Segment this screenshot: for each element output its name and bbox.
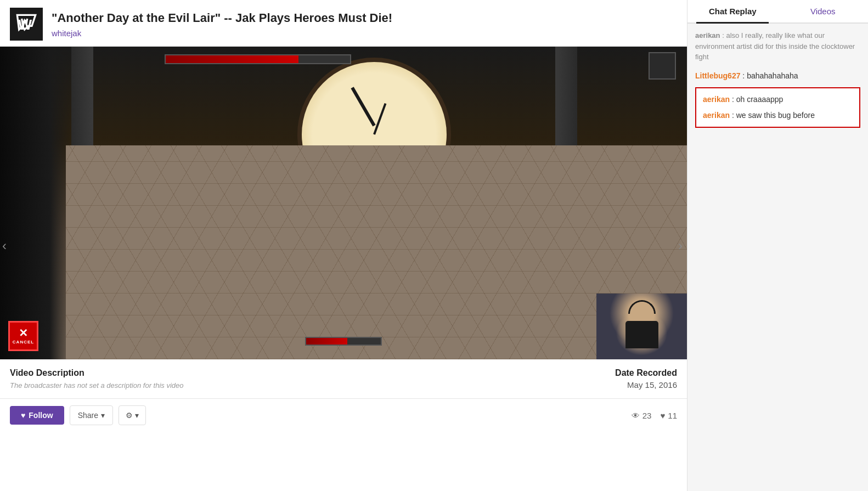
- highlighted-messages-box: aerikan : oh craaaappp aerikan : we saw …: [695, 87, 860, 128]
- views-icon: 👁: [632, 411, 640, 420]
- chat-sep-1: :: [732, 95, 736, 104]
- chat-username-aerikan-1: aerikan: [703, 95, 730, 104]
- sidebar-tabs: Chat Replay Videos: [687, 0, 868, 24]
- views-count: 23: [642, 411, 652, 420]
- likes-stat: ♥ 11: [660, 411, 677, 420]
- video-header: W "Another Day at the Evil Lair" -- Jak …: [0, 0, 687, 47]
- chat-context-username: aerikan: [695, 31, 720, 39]
- player-health-bar: [305, 337, 382, 346]
- svg-text:W: W: [18, 16, 32, 33]
- follow-label: Follow: [29, 411, 53, 420]
- webcam-overlay: [596, 294, 687, 359]
- channel-logo[interactable]: W: [10, 8, 43, 41]
- date-recorded-value: May 15, 2016: [615, 380, 677, 390]
- tab-videos[interactable]: Videos: [778, 0, 869, 22]
- chat-username-aerikan-2: aerikan: [703, 111, 730, 120]
- chat-message-aerikan-2: aerikan : we saw this bug before: [703, 110, 853, 121]
- cancel-label: CANCEL: [13, 340, 34, 345]
- nav-arrow-left[interactable]: ‹: [2, 238, 7, 253]
- tab-chat-replay[interactable]: Chat Replay: [687, 0, 778, 22]
- video-info: Video Description The broadcaster has no…: [0, 359, 687, 399]
- right-sidebar: Chat Replay Videos aerikan : also I real…: [687, 0, 868, 491]
- game-scene: ✕ CANCEL: [0, 47, 687, 359]
- chat-message-aerikan-1: aerikan : oh craaaappp: [703, 94, 853, 105]
- player-health-fill: [306, 338, 347, 345]
- nav-arrow-right[interactable]: ›: [678, 238, 683, 253]
- person-body: [625, 321, 658, 348]
- chat-username-littlebug: Littlebug627: [695, 71, 740, 80]
- video-player[interactable]: ✕ CANCEL: [0, 47, 687, 359]
- heart-icon: ♥: [21, 411, 25, 420]
- chat-text-aerikan-2: we saw this bug before: [736, 111, 815, 120]
- main-content: W "Another Day at the Evil Lair" -- Jak …: [0, 0, 687, 491]
- chat-text-littlebug: bahahahahaha: [747, 71, 798, 80]
- gear-icon: ⚙: [126, 411, 133, 420]
- channel-logo-icon: W: [15, 13, 37, 35]
- boss-health-bar: [165, 54, 351, 64]
- video-title: "Another Day at the Evil Lair" -- Jak Pl…: [52, 10, 392, 26]
- streamer-webcam: [596, 294, 687, 359]
- video-title-block: "Another Day at the Evil Lair" -- Jak Pl…: [52, 10, 392, 38]
- video-description-label: Video Description: [10, 368, 184, 378]
- share-chevron-icon: ▾: [101, 411, 105, 420]
- mini-map: [649, 52, 676, 80]
- video-description-text: The broadcaster has not set a descriptio…: [10, 381, 184, 390]
- actions-left: ♥ Follow Share ▾ ⚙ ▾: [10, 405, 146, 425]
- left-shadow: [0, 47, 71, 359]
- gear-chevron-icon: ▾: [135, 411, 139, 420]
- video-date-section: Date Recorded May 15, 2016: [615, 368, 677, 390]
- chat-separator: :: [742, 71, 747, 80]
- actions-right: 👁 23 ♥ 11: [632, 411, 677, 420]
- hex-grid: [66, 145, 687, 359]
- chat-message-littlebug: Littlebug627 : bahahahahaha: [695, 70, 860, 82]
- cancel-x-icon: ✕: [19, 328, 28, 338]
- cancel-button-overlay[interactable]: ✕ CANCEL: [8, 321, 38, 351]
- person-head: [631, 302, 653, 324]
- gear-button[interactable]: ⚙ ▾: [119, 405, 146, 425]
- channel-name[interactable]: whitejak: [52, 29, 392, 38]
- likes-count: 11: [668, 411, 677, 420]
- chat-context-message: aerikan : also I really, really like wha…: [695, 30, 860, 63]
- share-label: Share: [78, 411, 98, 420]
- chat-content: aerikan : also I really, really like wha…: [687, 24, 868, 491]
- share-button[interactable]: Share ▾: [70, 405, 113, 425]
- date-recorded-label: Date Recorded: [615, 368, 677, 378]
- boss-health-fill: [166, 55, 298, 63]
- likes-icon: ♥: [660, 411, 665, 420]
- actions-bar: ♥ Follow Share ▾ ⚙ ▾ 👁 23 ♥: [0, 399, 687, 432]
- follow-button[interactable]: ♥ Follow: [10, 406, 64, 425]
- views-stat: 👁 23: [632, 411, 652, 420]
- video-description-section: Video Description The broadcaster has no…: [10, 368, 184, 390]
- chat-text-aerikan-1: oh craaaappp: [736, 95, 784, 104]
- chat-sep-2: :: [732, 111, 736, 120]
